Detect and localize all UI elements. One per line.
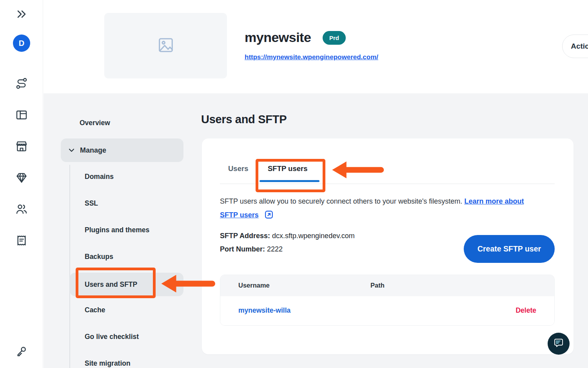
sftp-description-text: SFTP users allow you to securely connect… [220,197,462,205]
gem-icon [15,171,28,186]
actions-button-label: Actions [571,42,588,51]
sftp-address-line: SFTP Address: dcx.sftp.wpenginedev.com [220,232,355,240]
activity-icon [15,77,28,91]
sidebar-item-site-migration[interactable]: Site migration [85,359,131,368]
wpengine-site-page: D [0,0,588,368]
site-thumbnail [104,13,227,78]
port-number-line: Port Number: 2222 [220,245,283,253]
sftp-username-link[interactable]: mynewsite-willa [238,306,290,315]
active-tab-indicator [260,180,319,182]
sidebar-item-users-and-sftp-label: Users and SFTP [85,281,137,289]
sidebar-item-overview[interactable]: Overview [80,119,110,127]
sidebar-item-plugins-and-themes[interactable]: Plugins and themes [85,226,149,234]
store-nav-button[interactable] [13,138,30,156]
sidebar-group-manage[interactable]: Manage [61,138,183,162]
create-sftp-user-button[interactable]: Create SFTP user [464,235,555,263]
activity-nav-button[interactable] [13,76,30,93]
tab-sftp-users[interactable]: SFTP users [268,164,307,173]
gem-nav-button[interactable] [13,170,30,187]
port-number-value: 2222 [267,245,283,253]
site-name: mynewsite [245,30,311,45]
sftp-users-table: Username Path mynewsite-willa Delete [220,275,555,326]
key-icon [15,345,28,359]
chevron-down-icon [69,147,74,154]
account-avatar[interactable]: D [13,35,30,52]
sftp-address-value: dcx.sftp.wpenginedev.com [272,232,355,240]
store-icon [15,140,28,154]
sidebar-item-ssl[interactable]: SSL [85,199,98,208]
collapse-sidebar-button[interactable] [13,6,30,24]
delete-sftp-user-link[interactable]: Delete [515,306,536,315]
tab-users[interactable]: Users [228,164,248,173]
sftp-address-label: SFTP Address: [220,232,270,240]
environment-badge: Prd [323,31,346,45]
double-chevron-right-icon [15,9,28,20]
table-row: mynewsite-willa Delete [220,296,554,325]
layout-nav-button[interactable] [13,107,30,124]
users-nav-button[interactable] [13,201,30,219]
site-header: mynewsite Prd https://mynewsite.wpengine… [44,0,588,93]
table-header-row: Username Path [220,275,554,296]
sidebar-item-backups[interactable]: Backups [85,253,113,261]
sidebar-group-manage-label: Manage [80,146,106,155]
page-title: Users and SFTP [201,113,287,126]
chat-widget-button[interactable] [548,333,570,355]
receipt-icon [15,234,28,248]
sidebar-item-go-live-checklist[interactable]: Go live checklist [85,333,139,341]
tabs-divider [220,184,555,184]
layout-panel-icon [15,109,28,123]
external-link-icon [264,210,274,224]
column-header-username: Username [238,282,270,289]
sidebar-item-cache[interactable]: Cache [85,306,105,314]
image-placeholder-icon [157,36,175,56]
chat-bubble-icon [553,337,564,350]
sidebar-item-users-and-sftp[interactable]: Users and SFTP [70,273,183,296]
column-header-path: Path [370,282,385,289]
sftp-description: SFTP users allow you to securely connect… [220,195,542,224]
actions-button[interactable]: Actions [562,35,588,58]
nav-indent-line [69,165,70,368]
sidebar-item-domains[interactable]: Domains [85,173,114,181]
receipt-nav-button[interactable] [13,233,30,250]
site-url-link[interactable]: https://mynewsite.wpenginepowered.com/ [245,53,378,61]
key-nav-button[interactable] [13,343,30,361]
users-icon [15,203,28,217]
icon-rail: D [0,0,43,368]
port-number-label: Port Number: [220,245,265,253]
